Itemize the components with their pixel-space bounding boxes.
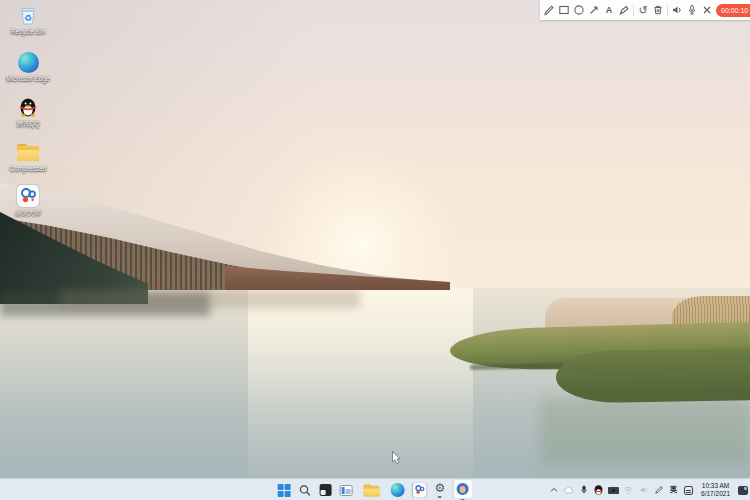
recycle-glyph: ♻ (24, 13, 32, 23)
undo-glyph: ↺ (638, 4, 647, 16)
marker-icon[interactable] (618, 4, 630, 16)
desktop-icon-label: Compressed (2, 165, 54, 173)
desktop-icon-folder[interactable]: Compressed (2, 140, 54, 173)
wallpaper-sun-reflection (248, 288, 473, 500)
folder-icon (16, 140, 40, 164)
widgets-icon (340, 485, 353, 496)
ime-mode-icon[interactable] (683, 483, 694, 497)
desktop-screen: A ↺ 00:00:10 结束 ♻ (0, 0, 750, 500)
active-window-highlight (453, 480, 472, 498)
text-tool-icon[interactable]: A (603, 4, 615, 16)
clock-date: 6/17/2021 (701, 490, 730, 498)
running-indicator (438, 496, 442, 498)
gear-icon: ⚙ (435, 482, 446, 495)
tray-microphone-icon[interactable] (578, 483, 589, 497)
desktop-icon-qq[interactable]: 腾讯QQ (2, 95, 54, 128)
arrow-icon[interactable] (588, 4, 600, 16)
desktop-icon-label: 腾讯QQ (2, 120, 54, 128)
widgets-button[interactable] (340, 479, 353, 500)
trash-icon[interactable] (652, 4, 664, 16)
ime-language-indicator[interactable]: 英 (668, 483, 679, 497)
task-view-button[interactable] (320, 479, 332, 500)
system-tray: 英 10:33 AM 6/17/2021 (548, 479, 748, 500)
task-view-icon (320, 484, 332, 496)
edge-button[interactable] (391, 479, 405, 500)
undo-icon[interactable]: ↺ (637, 4, 649, 16)
avatar-icon (457, 483, 469, 495)
pencil-icon[interactable] (543, 4, 555, 16)
edge-icon (16, 50, 40, 74)
sound-icon[interactable] (671, 4, 683, 16)
taskbar: ⚙ (0, 478, 750, 500)
rectangle-icon[interactable] (558, 4, 570, 16)
file-explorer-button[interactable] (361, 479, 383, 500)
tray-qq-icon[interactable] (593, 483, 604, 497)
recorder-app-icon (16, 184, 40, 208)
desktop-icon-recycle-bin[interactable]: ♻ Recycle Bin (2, 3, 54, 36)
recording-toolbar: A ↺ 00:00:10 结束 (540, 0, 750, 20)
search-icon (299, 484, 312, 497)
wallpaper-grass-bank-near (556, 348, 750, 403)
network-icon[interactable] (623, 483, 634, 497)
desktop-icon-label: Recycle Bin (2, 28, 54, 36)
ellipse-icon[interactable] (573, 4, 585, 16)
start-button[interactable] (278, 479, 291, 500)
text-tool-glyph: A (606, 4, 613, 16)
wallpaper (0, 0, 750, 500)
volume-icon[interactable] (638, 483, 649, 497)
search-button[interactable] (299, 479, 312, 500)
mouse-cursor (392, 451, 402, 469)
toolbar-divider (667, 5, 668, 16)
settings-button[interactable]: ⚙ (435, 479, 446, 500)
notification-center-button[interactable] (737, 483, 748, 497)
desktop-icon-label: 录屏大师 (2, 209, 54, 217)
recording-timer-stop-button[interactable]: 00:00:10 结束 (716, 4, 750, 17)
cloud-icon[interactable] (563, 483, 574, 497)
edge-icon (391, 483, 405, 497)
close-icon[interactable] (701, 4, 713, 16)
pen-tool-icon[interactable] (653, 483, 664, 497)
taskbar-clock[interactable]: 10:33 AM 6/17/2021 (698, 482, 733, 498)
desktop-icon-edge[interactable]: Microsoft Edge (2, 50, 54, 83)
recorder-app-icon (413, 483, 427, 497)
file-explorer-icon (364, 484, 380, 496)
recorder-window-button[interactable] (453, 479, 472, 500)
ime-label: 英 (670, 485, 678, 495)
microphone-icon[interactable] (686, 4, 698, 16)
wallpaper-grass-reflection (540, 398, 750, 464)
toolbar-divider (633, 5, 634, 16)
tray-camera-icon[interactable] (608, 483, 619, 497)
hidden-icons-chevron[interactable] (548, 483, 559, 497)
windows-logo-icon (278, 484, 291, 497)
desktop-icon-recorder-app[interactable]: 录屏大师 (2, 184, 54, 217)
recycle-bin-icon: ♻ (16, 3, 40, 27)
wallpaper-mountain-reflection (60, 290, 360, 308)
desktop-icon-label: Microsoft Edge (2, 75, 54, 83)
recorder-app-button[interactable] (413, 479, 427, 500)
qq-penguin-icon (16, 95, 40, 119)
clock-time: 10:33 AM (701, 482, 730, 490)
taskbar-center-group: ⚙ (278, 479, 473, 500)
